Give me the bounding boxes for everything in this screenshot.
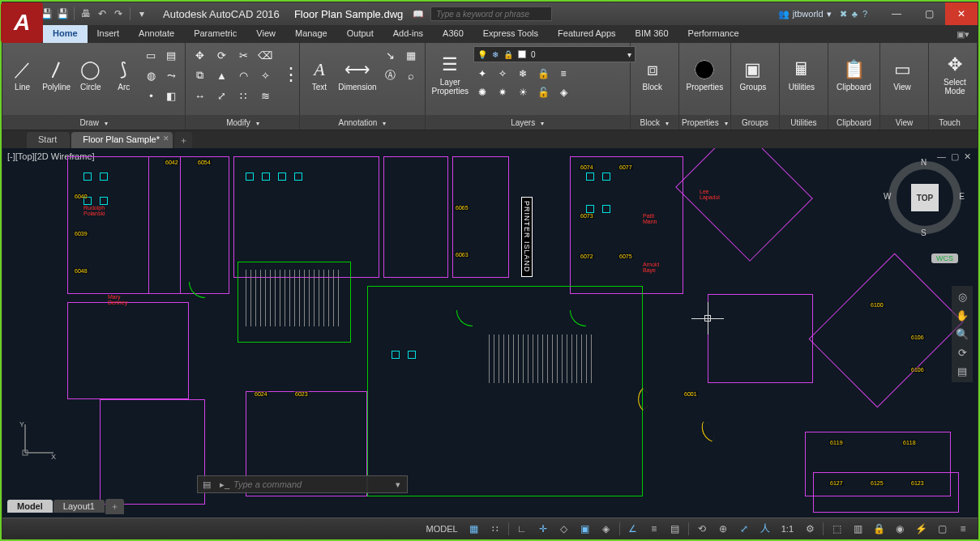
tab-insert[interactable]: Insert bbox=[88, 25, 130, 43]
command-line[interactable]: ▤ ▸_ ▾ bbox=[197, 475, 408, 493]
annoscale-icon[interactable]: 人 bbox=[755, 521, 775, 537]
tab-annotate[interactable]: Annotate bbox=[129, 25, 184, 43]
pan-icon[interactable]: ✋ bbox=[956, 309, 969, 322]
viewcube-top[interactable]: TOP bbox=[911, 184, 939, 211]
infocenter-icon[interactable]: 📖 bbox=[413, 9, 424, 19]
transparency-icon[interactable]: ▤ bbox=[665, 521, 685, 537]
ortho-icon[interactable]: ∟ bbox=[512, 521, 532, 537]
erase-icon[interactable]: ⌫ bbox=[256, 46, 274, 64]
layulk-icon[interactable]: 🔓 bbox=[534, 84, 552, 100]
command-history-icon[interactable]: ▤ bbox=[198, 479, 216, 490]
tab-view[interactable]: View bbox=[246, 25, 285, 43]
copy-icon[interactable]: ⧉ bbox=[190, 66, 208, 84]
showmotion-icon[interactable]: ▤ bbox=[957, 365, 967, 377]
block-button[interactable]: ⧈Block bbox=[636, 46, 670, 103]
laymcur-icon[interactable]: ◈ bbox=[554, 84, 572, 100]
field-icon[interactable]: ⌕ bbox=[402, 66, 420, 84]
circle-button[interactable]: ◯Circle bbox=[75, 46, 105, 103]
layout1-tab[interactable]: Layout1 bbox=[53, 500, 105, 513]
close-button[interactable]: ✕ bbox=[945, 2, 978, 25]
model-tab[interactable]: Model bbox=[7, 500, 53, 513]
cleanscreen-icon[interactable]: ▢ bbox=[932, 521, 952, 537]
panel-properties-title[interactable]: Properties bbox=[679, 115, 730, 130]
zoom-icon[interactable]: 🔍 bbox=[956, 328, 969, 340]
signin-button[interactable]: 👥 jtbworld ▾ bbox=[775, 9, 835, 19]
layer-selector[interactable]: 💡 ❄ 🔒 0 ▾ bbox=[473, 46, 636, 62]
mirror-icon[interactable]: ▲ bbox=[212, 66, 230, 84]
exchange-icon[interactable]: ✖ bbox=[840, 9, 847, 19]
panel-clipboard-title[interactable]: Clipboard bbox=[828, 115, 879, 130]
panel-modify-title[interactable]: Modify bbox=[186, 115, 299, 130]
rotate-icon[interactable]: ⟳ bbox=[212, 46, 230, 64]
properties-button[interactable]: Properties bbox=[684, 46, 725, 103]
polar-icon[interactable]: ✛ bbox=[533, 521, 553, 537]
view-cube[interactable]: TOP N S E W bbox=[888, 161, 961, 234]
scale-label[interactable]: 1:1 bbox=[777, 524, 798, 534]
ellipse-icon[interactable]: ◍ bbox=[142, 66, 160, 84]
arc-button[interactable]: ⟆Arc bbox=[109, 46, 139, 103]
snapmode-icon[interactable]: ∷ bbox=[486, 521, 505, 537]
app-menu-button[interactable]: A bbox=[1, 2, 43, 43]
spline-icon[interactable]: ⤳ bbox=[162, 66, 180, 84]
add-layout-tab[interactable]: ＋ bbox=[105, 499, 124, 514]
panel-block-title[interactable]: Block bbox=[631, 115, 678, 130]
panel-groups-title[interactable]: Groups bbox=[731, 115, 779, 130]
search-input[interactable] bbox=[430, 6, 552, 21]
point-icon[interactable]: • bbox=[142, 87, 160, 104]
tab-addins[interactable]: Add-ins bbox=[383, 25, 433, 43]
quickprops-icon[interactable]: ▥ bbox=[848, 521, 867, 537]
tab-manage[interactable]: Manage bbox=[285, 25, 337, 43]
trim-icon[interactable]: ✂ bbox=[234, 46, 252, 64]
layfrz-icon[interactable]: ❄ bbox=[514, 66, 532, 82]
orbit-icon[interactable]: ⟳ bbox=[958, 347, 967, 359]
qat-plot-icon[interactable]: 🖶 bbox=[79, 7, 92, 20]
autoscale-icon[interactable]: ⤢ bbox=[734, 521, 754, 537]
help-icon[interactable]: ? bbox=[862, 9, 867, 19]
layon-icon[interactable]: ✺ bbox=[473, 84, 491, 100]
tab-a360[interactable]: A360 bbox=[433, 25, 473, 43]
command-input[interactable] bbox=[233, 479, 389, 489]
tab-expresstools[interactable]: Express Tools bbox=[473, 25, 548, 43]
text-button[interactable]: AText bbox=[305, 46, 333, 103]
panel-draw-title[interactable]: Draw bbox=[2, 115, 185, 130]
polyline-button[interactable]: 〳Polyline bbox=[41, 46, 72, 103]
viewcube-w[interactable]: W bbox=[884, 192, 891, 201]
drawing-tab-file[interactable]: Floor Plan Sample*✕ bbox=[71, 132, 173, 148]
dimension-button[interactable]: ⟷Dimension bbox=[336, 46, 378, 103]
table-icon[interactable]: ▦ bbox=[402, 46, 420, 64]
layoff-icon[interactable]: ✦ bbox=[473, 66, 491, 82]
stretch-icon[interactable]: ↔ bbox=[190, 87, 208, 104]
move-icon[interactable]: ✥ bbox=[190, 46, 208, 64]
view-button[interactable]: ▭View bbox=[885, 46, 919, 103]
viewcube-n[interactable]: N bbox=[921, 158, 927, 167]
isolate-icon[interactable]: ◉ bbox=[890, 521, 909, 537]
model-space-toggle[interactable]: MODEL bbox=[422, 524, 463, 534]
customize-icon[interactable]: ≡ bbox=[953, 521, 973, 537]
mtext-icon[interactable]: Ⓐ bbox=[382, 66, 400, 84]
stayconnected-icon[interactable]: ♣ bbox=[852, 9, 858, 19]
panel-utilities-title[interactable]: Utilities bbox=[780, 115, 828, 130]
explode-icon[interactable]: ✧ bbox=[256, 66, 274, 84]
hatch-icon[interactable]: ▤ bbox=[162, 46, 180, 64]
layer-properties-button[interactable]: ☰ Layer Properties bbox=[430, 46, 471, 103]
panel-touch-title[interactable]: Touch bbox=[929, 115, 977, 130]
tab-performance[interactable]: Performance bbox=[678, 25, 749, 43]
line-button[interactable]: ／Line bbox=[7, 46, 37, 103]
rectangle-icon[interactable]: ▭ bbox=[142, 46, 160, 64]
drawing-tab-start[interactable]: Start bbox=[27, 132, 70, 148]
tab-home[interactable]: Home bbox=[43, 25, 88, 43]
viewcube-e[interactable]: E bbox=[959, 192, 965, 201]
layuniso-icon[interactable]: ✷ bbox=[494, 84, 511, 100]
isodraft-icon[interactable]: ◇ bbox=[554, 521, 574, 537]
select-mode-button[interactable]: ✥Select Mode bbox=[938, 46, 972, 103]
cycling-icon[interactable]: ⟲ bbox=[692, 521, 712, 537]
clipboard-button[interactable]: 📋Clipboard bbox=[833, 46, 875, 103]
command-recent-icon[interactable]: ▾ bbox=[389, 479, 407, 490]
tab-bim360[interactable]: BIM 360 bbox=[626, 25, 678, 43]
close-tab-icon[interactable]: ✕ bbox=[163, 134, 169, 143]
3dosnap-icon[interactable]: ◈ bbox=[597, 521, 616, 537]
groups-button[interactable]: ▣Groups bbox=[736, 46, 770, 103]
laymatch-icon[interactable]: ≡ bbox=[554, 66, 572, 82]
maximize-button[interactable]: ▢ bbox=[913, 2, 945, 25]
annomonitor-icon[interactable]: ⊕ bbox=[713, 521, 733, 537]
